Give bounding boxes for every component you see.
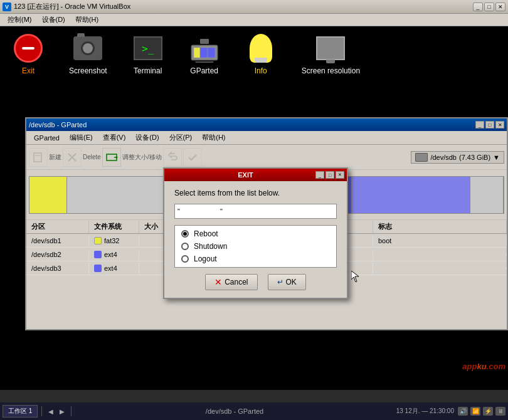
- screenshot-toolbar-item[interactable]: Screenshot: [69, 33, 107, 75]
- gparted-window-buttons: _ □ ✕: [475, 121, 504, 129]
- exit-label: Exit: [22, 66, 34, 75]
- gparted-menu-gparted[interactable]: GParted: [29, 133, 65, 143]
- svg-rect-3: [200, 48, 208, 58]
- screen-res-label: Screen resolution: [302, 66, 360, 75]
- partition-flags-sdb3: [373, 267, 507, 270]
- terminal-toolbar-item[interactable]: >_ Terminal: [132, 33, 164, 75]
- gparted-minimize-btn[interactable]: _: [475, 121, 484, 129]
- gparted-menu-edit[interactable]: 编辑(E): [65, 132, 98, 144]
- gparted-menubar: GParted 编辑(E) 查看(V) 设备(D) 分区(P) 帮助(H): [26, 131, 507, 145]
- radio-shutdown-label: Shutdown: [194, 242, 227, 251]
- svg-rect-2: [194, 48, 200, 58]
- vbox-maximize-button[interactable]: □: [484, 3, 494, 11]
- info-icon: [250, 34, 272, 63]
- gparted-label: GParted: [190, 66, 218, 75]
- taskbar-prev-btn[interactable]: ◀: [46, 406, 56, 416]
- cancel-button[interactable]: ✕ Cancel: [205, 274, 257, 290]
- desktop-toolbar: Exit Screenshot >_ Terminal: [0, 26, 508, 81]
- gparted-title-text: /dev/sdb - GParted: [29, 121, 87, 129]
- vbox-menu-help[interactable]: 帮助(H): [70, 14, 103, 26]
- exit-dialog-close-btn[interactable]: ✕: [336, 171, 344, 179]
- svg-rect-6: [34, 153, 41, 162]
- disk-path-label: /dev/sdb: [430, 154, 457, 161]
- vbox-minimize-button[interactable]: _: [473, 3, 483, 11]
- gparted-menu-help[interactable]: 帮助(H): [197, 132, 230, 144]
- gparted-disk-selector[interactable]: /dev/sdb (7.43 GiB) ▼: [411, 151, 504, 164]
- col-header-partition: 分区: [26, 221, 89, 233]
- exit-dialog-footer: ✕ Cancel ↵ OK: [174, 274, 337, 290]
- radio-reboot[interactable]: Reboot: [181, 229, 330, 238]
- gparted-toolbar: 新建 Delete 调整大小/移动: [26, 145, 507, 170]
- workspace-button[interactable]: 工作区 1: [3, 405, 38, 417]
- gparted-undo-btn[interactable]: [163, 148, 182, 167]
- exit-toolbar-item[interactable]: Exit: [13, 33, 44, 75]
- partition-name-sdb3: /dev/sdb3: [26, 263, 89, 273]
- fs-badge-fat32: [94, 237, 102, 244]
- resize-label: 调整大小/移动: [122, 153, 162, 162]
- gparted-resize-btn[interactable]: [102, 148, 121, 167]
- vbox-window-buttons: _ □ ✕: [473, 3, 505, 11]
- exit-dialog-window-buttons: _ □ ✕: [315, 171, 344, 179]
- radio-shutdown[interactable]: Shutdown: [181, 242, 330, 251]
- vbox-menu-control[interactable]: 控制(M): [3, 14, 37, 26]
- camera-icon: [73, 36, 102, 60]
- gparted-menu-device[interactable]: 设备(D): [130, 132, 164, 144]
- radio-reboot-label: Reboot: [194, 229, 218, 238]
- gparted-apply-btn[interactable]: [183, 148, 202, 167]
- gparted-new-btn[interactable]: [29, 148, 48, 167]
- svg-rect-5: [200, 39, 209, 44]
- col-header-flags: 标志: [373, 221, 507, 233]
- exit-dialog-dropdown[interactable]: " ": [174, 204, 337, 219]
- tray-icon-3[interactable]: ⚡: [483, 407, 493, 416]
- radio-logout[interactable]: Logout: [181, 255, 330, 263]
- partition-fs-sdb3: ext4: [89, 263, 139, 273]
- vbox-menu-devices[interactable]: 设备(D): [37, 14, 70, 26]
- exit-dialog-options: Reboot Shutdown Logout: [174, 225, 337, 268]
- fs-badge-ext4-sdb2: [94, 251, 102, 258]
- vbox-icon: V: [3, 3, 11, 11]
- partition-name-sdb2: /dev/sdb2: [26, 249, 89, 260]
- partition-fs-sdb1: fat32: [89, 236, 139, 246]
- tray-icon-2[interactable]: 📶: [470, 407, 480, 416]
- terminal-label: Terminal: [134, 66, 162, 75]
- radio-logout-circle: [181, 255, 189, 263]
- screenshot-icon-wrapper: [72, 33, 103, 64]
- taskbar-sep-1: [41, 406, 42, 416]
- ok-label: OK: [286, 278, 297, 286]
- tray-icon-4[interactable]: 🖥: [495, 407, 505, 416]
- gparted-maximize-btn[interactable]: □: [485, 121, 494, 129]
- taskbar-next-btn[interactable]: ▶: [57, 406, 67, 416]
- info-toolbar-item[interactable]: Info: [245, 33, 277, 75]
- disk-dropdown-arrow[interactable]: ▼: [493, 154, 500, 161]
- info-label: Info: [255, 66, 267, 75]
- gparted-titlebar: /dev/sdb - GParted _ □ ✕: [26, 118, 507, 131]
- partition-flags-sdb2: [373, 253, 507, 256]
- exit-dialog-title-text: EXIT: [176, 171, 315, 179]
- taskbar-clock: 13 12月. — 21:30:00: [396, 407, 454, 416]
- radio-shutdown-circle: [181, 243, 189, 250]
- radio-logout-label: Logout: [194, 255, 217, 263]
- taskbar-sep-2: [71, 406, 71, 416]
- vbox-close-button[interactable]: ✕: [495, 3, 505, 11]
- taskbar-tray-icons: 🔊 📶 ⚡ 🖥: [458, 407, 505, 416]
- tray-icon-1[interactable]: 🔊: [458, 407, 468, 416]
- taskbar-nav: ◀ ▶: [46, 406, 67, 416]
- gparted-close-btn[interactable]: ✕: [495, 121, 504, 129]
- gparted-menu-partition[interactable]: 分区(P): [164, 132, 198, 144]
- fs-badge-ext4-sdb3: [94, 265, 102, 272]
- exit-dialog-maximize-btn[interactable]: □: [325, 171, 334, 179]
- partition-fs-sdb2: ext4: [89, 249, 139, 260]
- gparted-delete-btn[interactable]: [63, 148, 82, 167]
- gparted-toolbar-item[interactable]: GParted: [189, 33, 220, 75]
- taskbar-left: 工作区 1 ◀ ▶: [3, 405, 73, 417]
- radio-reboot-circle: [181, 230, 189, 238]
- exit-dialog-minimize-btn[interactable]: _: [315, 171, 324, 179]
- ok-button[interactable]: ↵ OK: [268, 274, 306, 290]
- terminal-icon-wrapper: >_: [132, 33, 164, 64]
- screen-res-toolbar-item[interactable]: Screen resolution: [302, 33, 360, 75]
- vbox-titlebar: V 123 [正在运行] - Oracle VM VirtualBox _ □ …: [0, 0, 508, 14]
- watermark: appku.com: [462, 362, 505, 371]
- gparted-menu-view[interactable]: 查看(V): [98, 132, 131, 144]
- screen-res-icon-wrapper: [315, 33, 346, 64]
- gparted-icon-wrapper: [189, 33, 220, 64]
